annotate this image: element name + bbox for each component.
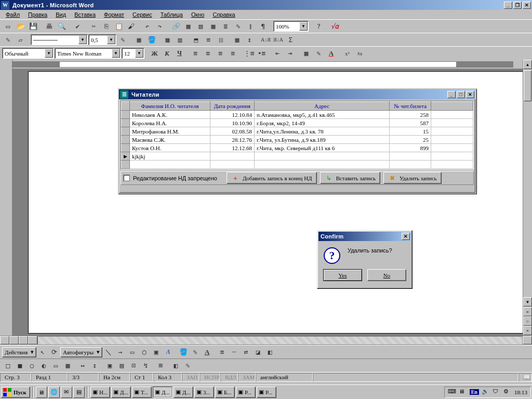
table-row-empty[interactable] [122,161,473,169]
highlight-icon[interactable]: ✎ [313,48,325,59]
menu-file[interactable]: Файл [2,11,23,18]
readers-grid[interactable]: Фамилия И.О. читателя Дата рождения Адре… [121,101,474,169]
numbering-icon[interactable]: ⋮≡ [243,48,255,59]
insert-table-icon[interactable]: ▤ [195,21,207,32]
browse-select-icon[interactable]: ○ [523,316,532,326]
docmap-icon[interactable]: ⫿ [245,21,257,32]
start-button[interactable]: Пуск [1,387,30,398]
border-color-icon[interactable]: ✎ [117,34,129,46]
outdent-icon[interactable]: ⇤ [272,48,284,59]
spellcheck-icon[interactable]: ✔ [72,21,84,32]
drawing-icon[interactable]: ✎ [232,21,244,32]
readers-close-button[interactable]: ✕ [466,91,474,98]
table-row[interactable]: Масяева С.Ж.28.12.76г.Чита, ул.Бутина, д… [122,136,473,144]
distribute-rows-icon[interactable]: ≡ [203,34,215,46]
sort-desc-icon[interactable]: Я↓А [272,34,284,46]
tray-clock[interactable]: 18:13 [514,389,527,395]
merge-cells-icon[interactable]: ▦ [162,34,174,46]
taskbar-app-button[interactable]: ▣Н... [90,387,110,398]
browse-next-icon[interactable]: » [523,326,532,335]
confirm-close-button[interactable]: ✕ [402,233,410,240]
tray-icon[interactable]: 🛡 [493,388,501,396]
browse-prev-icon[interactable]: « [523,307,532,316]
menu-table[interactable]: Таблица [157,11,187,18]
extra-icon[interactable]: ↔ [77,360,89,371]
status-language[interactable]: английский [256,373,313,382]
line-weight-combo[interactable]: 0,5▼ [88,34,116,45]
textbox-icon[interactable]: ▣ [150,347,162,358]
table-row[interactable]: Королева Н.А.10.10.90г.Борзя, мкр2, 14-4… [122,119,473,127]
tray-icon[interactable]: ⌨ [448,388,456,396]
delete-record-button[interactable]: ✖Удалить запись [383,172,442,184]
shadow-icon[interactable]: ◪ [252,347,264,358]
readers-maximize-button[interactable]: □ [457,91,465,98]
arrow-icon[interactable]: → [114,347,126,358]
table-row[interactable]: Митрофанова Н.М.02.08.58г.Чита,ул.Ленина… [122,127,473,136]
col-fio[interactable]: Фамилия И.О. читателя [130,102,210,111]
print-icon[interactable]: 🖶 [43,21,55,32]
equation-icon[interactable]: √α [329,21,341,32]
line-icon[interactable]: ＼ [102,347,114,358]
extra-icon[interactable]: ⊞ [155,360,167,371]
online-view-button[interactable] [9,336,19,344]
align-center-icon[interactable]: ≡ [202,48,214,59]
zoom-combo[interactable]: 100%▼ [273,21,309,32]
taskbar-app-button[interactable]: ▣Б... [215,387,235,398]
close-button[interactable]: ✕ [523,2,531,9]
fillcolor-icon[interactable]: 🪣 [177,347,189,358]
wordart-icon[interactable]: A [162,347,174,358]
horizontal-scrollbar[interactable] [37,336,523,345]
borders-icon[interactable]: ▦ [133,34,145,46]
taskbar-app-button[interactable]: ▣P... [257,387,276,398]
tray-icon[interactable]: ⚙ [503,388,512,396]
italic-icon[interactable]: К [161,48,173,59]
help-icon[interactable]: ? [313,21,325,32]
extra-icon[interactable]: ▤ [116,360,128,371]
drawing-actions-button[interactable]: Действия ▾ [2,347,36,357]
extra-icon[interactable]: ▣ [104,360,116,371]
subscript-icon[interactable]: x₂ [354,48,366,59]
quicklaunch-icon[interactable]: 🌐 [48,387,60,398]
taskbar-app-button[interactable]: ▣Д... [153,387,172,398]
vertical-scrollbar[interactable]: ▲ ▼ « ○ » [523,60,532,336]
columns-icon[interactable]: ≣ [220,21,232,32]
autosum-icon[interactable]: Σ [285,34,297,46]
arrowstyle-icon[interactable]: ⇄ [240,347,252,358]
minimize-button[interactable]: _ [504,2,512,9]
formatpainter-icon[interactable]: 🖌 [125,21,137,32]
font-color-icon[interactable]: A [325,48,337,59]
confirm-yes-button[interactable]: Yes [323,269,362,281]
extra-icon[interactable]: ⊡ [128,360,140,371]
hyperlink-icon[interactable]: 🔗 [170,21,182,32]
excel-icon[interactable]: ▦ [207,21,219,32]
text-direction-icon[interactable]: ↕ [244,34,256,46]
chevron-down-icon[interactable]: ▼ [299,22,308,31]
undo-icon[interactable]: ↶ [141,21,153,32]
table-row[interactable]: Кустов О.Н.12.12.68г.Чита, мкр. Северный… [122,144,473,152]
taskbar-app-button[interactable]: ▣3... [194,387,214,398]
draw-table-icon[interactable]: ✎ [2,34,14,46]
insert-record-button[interactable]: ↳Вставить запись [320,172,380,184]
menu-help[interactable]: Справка [209,11,238,18]
tray-icon[interactable]: 🔊 [482,388,490,396]
readers-minimize-button[interactable]: _ [447,91,456,98]
menu-window[interactable]: Окно [188,11,208,18]
threed-icon[interactable]: ◧ [264,347,276,358]
justify-icon[interactable]: ≡ [227,48,239,59]
append-record-button[interactable]: ＋Добавить запись в конец НД [227,172,317,184]
scroll-up-icon[interactable]: ▲ [523,60,532,69]
extra-icon[interactable]: ○ [26,360,38,371]
superscript-icon[interactable]: x² [341,48,353,59]
bullets-icon[interactable]: •≡ [256,48,268,59]
lang-indicator[interactable]: En [470,389,479,395]
taskbar-app-button[interactable]: ▣P... [236,387,256,398]
paste-icon[interactable]: 📋 [113,21,125,32]
extra-icon[interactable]: ◐ [38,360,50,371]
distribute-cols-icon[interactable]: ⫼ [215,34,227,46]
new-doc-icon[interactable]: ▭ [2,21,14,32]
menu-format[interactable]: Формат [100,11,128,18]
table-row[interactable]: Николаев А.К.12.10.84п.Атамановка, мкр5,… [122,111,473,119]
extra-icon[interactable]: ↯ [140,360,152,371]
quicklaunch-icon[interactable]: ✉ [61,387,72,398]
extra-icon[interactable]: ↕ [89,360,101,371]
